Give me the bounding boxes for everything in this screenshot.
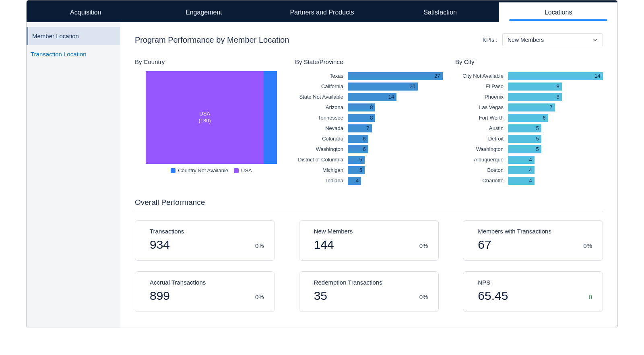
kpi-card-nps[interactable]: NPS65.450 bbox=[463, 271, 603, 312]
bar[interactable]: 4 bbox=[347, 176, 361, 185]
bar-track: 4 bbox=[347, 176, 448, 185]
bar-track: 5 bbox=[508, 124, 608, 133]
kpi-cards: Transactions9340%New Members1440%Members… bbox=[135, 220, 603, 312]
bar-row[interactable]: Nevada7 bbox=[295, 123, 448, 133]
kpi-select[interactable]: New Members bbox=[502, 33, 603, 46]
bar[interactable]: 4 bbox=[508, 155, 535, 164]
sidebar-item-transaction-location[interactable]: Transaction Location bbox=[27, 45, 120, 63]
bar[interactable]: 5 bbox=[508, 134, 542, 143]
bar[interactable]: 14 bbox=[508, 72, 603, 80]
bar[interactable]: 8 bbox=[347, 103, 376, 112]
bar-row[interactable]: Texas27 bbox=[295, 71, 448, 81]
divider bbox=[135, 211, 603, 211]
bar-row[interactable]: Fort Worth6 bbox=[455, 113, 608, 123]
bar-row[interactable]: Phoenix8 bbox=[455, 92, 608, 102]
treemap-segment-na[interactable] bbox=[264, 71, 277, 164]
bar[interactable]: 5 bbox=[508, 124, 542, 133]
bar-row[interactable]: Arizona8 bbox=[295, 102, 448, 112]
bar-label: State Not Available bbox=[295, 94, 347, 100]
bar-track: 8 bbox=[347, 114, 448, 122]
card-delta: 0% bbox=[419, 242, 428, 252]
legend-item[interactable]: Country Not Available bbox=[171, 167, 228, 173]
bar-row[interactable]: Detroit5 bbox=[455, 134, 608, 144]
tab-satisfaction[interactable]: Satisfaction bbox=[381, 2, 500, 22]
bar-row[interactable]: Albuquerque4 bbox=[455, 155, 608, 165]
bar[interactable]: 6 bbox=[347, 134, 369, 143]
kpi-card-members-with-transactions[interactable]: Members with Transactions670% bbox=[463, 220, 603, 261]
bar[interactable]: 6 bbox=[508, 114, 549, 122]
bar-row[interactable]: Colorado6 bbox=[295, 134, 448, 144]
bar-label: Indiana bbox=[295, 178, 347, 184]
bar[interactable]: 27 bbox=[347, 72, 443, 80]
kpi-card-accrual-transactions[interactable]: Accrual Transactions8990% bbox=[135, 271, 275, 312]
bar-row[interactable]: District of Columbia5 bbox=[295, 155, 448, 165]
bar-row[interactable]: Austin5 bbox=[455, 123, 608, 133]
bar-track: 5 bbox=[508, 145, 608, 154]
bar-row[interactable]: El Paso8 bbox=[455, 81, 608, 91]
tab-partners-and-products[interactable]: Partners and Products bbox=[263, 2, 381, 22]
sidebar-item-member-location[interactable]: Member Location bbox=[27, 27, 120, 45]
bar-row[interactable]: City Not Available14 bbox=[455, 71, 608, 81]
tab-engagement[interactable]: Engagement bbox=[145, 2, 263, 22]
bar-label: Phoenix bbox=[455, 94, 508, 100]
bar-label: Arizona bbox=[295, 104, 347, 110]
tab-acquisition[interactable]: Acquisition bbox=[27, 2, 145, 22]
card-value: 144 bbox=[314, 238, 353, 252]
treemap-segment-usa[interactable]: USA (130) bbox=[146, 71, 264, 164]
card-label: Redemption Transactions bbox=[314, 279, 382, 286]
bar-list: City Not Available14El Paso8Phoenix8Las … bbox=[455, 71, 608, 186]
bar-row[interactable]: Las Vegas7 bbox=[455, 102, 608, 112]
bar-label: Michigan bbox=[295, 167, 347, 173]
legend-swatch bbox=[171, 168, 175, 173]
bar-label: Washington bbox=[295, 146, 347, 152]
chevron-down-icon bbox=[593, 37, 598, 42]
bar[interactable]: 4 bbox=[508, 166, 535, 175]
bar-row[interactable]: Indiana4 bbox=[295, 175, 448, 186]
card-label: Accrual Transactions bbox=[150, 279, 206, 286]
bar-label: Washington bbox=[455, 146, 508, 152]
tab-locations[interactable]: Locations bbox=[499, 2, 617, 22]
chart-title: By State/Province bbox=[295, 58, 448, 65]
app-frame: AcquisitionEngagementPartners and Produc… bbox=[26, 0, 618, 328]
card-label: New Members bbox=[314, 228, 353, 235]
bar[interactable]: 8 bbox=[508, 82, 562, 91]
bar[interactable]: 14 bbox=[347, 93, 397, 101]
card-label: Transactions bbox=[150, 228, 184, 235]
bar-track: 7 bbox=[347, 124, 448, 133]
bar[interactable]: 5 bbox=[347, 155, 365, 164]
card-label: Members with Transactions bbox=[478, 228, 551, 235]
bar-track: 4 bbox=[508, 166, 608, 175]
legend-item[interactable]: USA bbox=[234, 167, 252, 173]
card-delta: 0 bbox=[589, 293, 592, 303]
chart-title: By City bbox=[455, 58, 608, 65]
card-value: 934 bbox=[150, 238, 184, 252]
treemap[interactable]: USA (130) bbox=[145, 71, 277, 164]
treemap-primary-sublabel: (130) bbox=[199, 118, 211, 124]
bar[interactable]: 6 bbox=[347, 145, 369, 154]
bar-row[interactable]: Washington5 bbox=[455, 144, 608, 154]
bar-row[interactable]: Boston4 bbox=[455, 165, 608, 175]
bar-track: 8 bbox=[347, 103, 448, 112]
bar[interactable]: 4 bbox=[508, 176, 535, 185]
bar-row[interactable]: Charlotte4 bbox=[455, 175, 608, 186]
bar-row[interactable]: State Not Available14 bbox=[295, 92, 448, 102]
bar[interactable]: 7 bbox=[508, 103, 555, 112]
bar-label: Albuquerque bbox=[455, 157, 508, 163]
kpi-card-transactions[interactable]: Transactions9340% bbox=[135, 220, 275, 261]
bar[interactable]: 5 bbox=[508, 145, 542, 154]
bar-track: 6 bbox=[347, 134, 448, 143]
bar-row[interactable]: California20 bbox=[295, 81, 448, 91]
bar[interactable]: 5 bbox=[347, 166, 365, 175]
kpi-card-redemption-transactions[interactable]: Redemption Transactions350% bbox=[299, 271, 439, 312]
kpi-card-new-members[interactable]: New Members1440% bbox=[299, 220, 439, 261]
bar-track: 8 bbox=[508, 93, 608, 101]
bar[interactable]: 20 bbox=[347, 82, 418, 91]
bar-list: Texas27California20State Not Available14… bbox=[295, 71, 448, 186]
bar-row[interactable]: Washington6 bbox=[295, 144, 448, 154]
bar[interactable]: 7 bbox=[347, 124, 372, 133]
bar-row[interactable]: Michigan5 bbox=[295, 165, 448, 175]
bar-row[interactable]: Tennessee8 bbox=[295, 113, 448, 123]
chart-by-city: By City City Not Available14El Paso8Phoe… bbox=[455, 58, 608, 186]
bar[interactable]: 8 bbox=[347, 114, 376, 122]
bar[interactable]: 8 bbox=[508, 93, 562, 101]
